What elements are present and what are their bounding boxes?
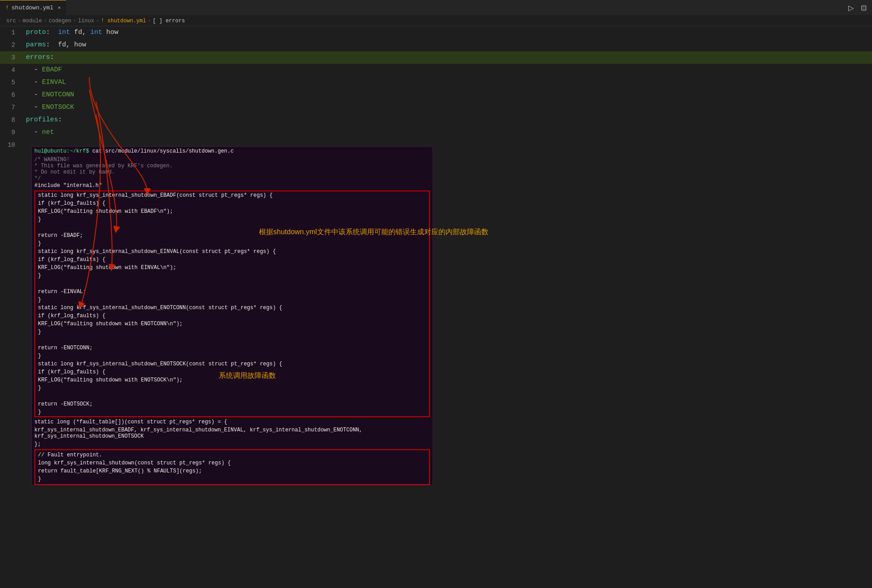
func-einval-7: } xyxy=(35,296,429,304)
annotation-right: 根据shutdown.yml文件中该系统调用可能的错误生成对应的内部故障函数 xyxy=(259,228,488,237)
func-einval-6: return -EINVAL; xyxy=(35,288,429,296)
bottom-red-box: // Fault entrypoint. long krf_sys_intern… xyxy=(34,449,430,485)
code-line-9: 9 - net xyxy=(0,126,872,139)
func-enotconn-2: if (krf_log_faults) { xyxy=(35,312,429,320)
func-enotconn-3: KRF_LOG("faulting shutdown with ENOTCONN… xyxy=(35,320,429,328)
run-button[interactable]: ▷ xyxy=(847,2,855,14)
line-content-6: - ENOTCONN xyxy=(22,89,74,101)
line-content-5: - EINVAL xyxy=(22,76,66,89)
code-line-7: 7 - ENOTSOCK xyxy=(0,101,872,114)
func-enotsock-1: static long krf_sys_internal_shutdown_EN… xyxy=(35,360,429,368)
code-line-3: 3 errors: xyxy=(0,51,872,64)
line-num-8: 8 xyxy=(0,114,22,126)
bc-linux[interactable]: linux xyxy=(78,18,94,24)
comment-1: /* WARNING! xyxy=(32,157,433,163)
line-content-2: parms: fd, how xyxy=(22,39,86,51)
comment-3: * Do not edit it by hand. xyxy=(32,169,433,175)
tab-label: shutdown.yml xyxy=(12,4,54,11)
bc-module[interactable]: module xyxy=(23,18,42,24)
line-content-4: - EBADF xyxy=(22,64,62,76)
line-content-7: - ENOTSOCK xyxy=(22,101,74,114)
code-line-5: 5 - EINVAL xyxy=(0,76,872,89)
bc-codegen[interactable]: codegen xyxy=(49,18,71,24)
terminal-overlay: hul@ubuntu:~/krf$ cat src/module/linux/s… xyxy=(31,146,433,485)
line-num-9: 9 xyxy=(0,126,22,139)
line-content-9: - net xyxy=(22,126,54,139)
terminal-header: /* WARNING! * This file was generated by… xyxy=(32,156,433,190)
func-einval-3: KRF_LOG("faulting shutdown with EINVAL\n… xyxy=(35,264,429,272)
line-num-7: 7 xyxy=(0,101,22,114)
entrypoint-close: } xyxy=(35,475,429,483)
code-line-6: 6 - ENOTCONN xyxy=(0,89,872,101)
func-ebadf-4: } xyxy=(35,215,429,224)
func-enotsock-7: } xyxy=(35,408,429,416)
func-enotsock-5 xyxy=(35,392,429,400)
line-num-5: 5 xyxy=(0,76,22,89)
line-num-1: 1 xyxy=(0,26,22,39)
tab-bar: ! shutdown.yml × ▷ ⊡ xyxy=(0,0,872,16)
line-num-6: 6 xyxy=(0,89,22,101)
code-line-2: 2 parms: fd, how xyxy=(0,39,872,51)
line-content-10 xyxy=(22,139,26,151)
fault-table-3: }; xyxy=(32,440,433,448)
bc-errors[interactable]: [ ] errors xyxy=(153,18,185,24)
func-ebadf-2: if (krf_log_faults) { xyxy=(35,199,429,207)
func-enotconn-5 xyxy=(35,336,429,344)
func-einval-4: } xyxy=(35,272,429,280)
code-line-4: 4 - EBADF xyxy=(0,64,872,76)
comment-2: * This file was generated by KRF's codeg… xyxy=(32,163,433,169)
prompt-cmd: cat src/module/linux/syscalls/shutdown.g… xyxy=(92,148,234,154)
func-enotconn-4: } xyxy=(35,328,429,336)
prompt-user: hul@ubuntu:~/krf$ xyxy=(34,148,89,154)
func-ebadf-3: KRF_LOG("faulting shutdown with EBADF\n"… xyxy=(35,207,429,215)
line-num-2: 2 xyxy=(0,39,22,51)
code-line-8: 8 profiles: xyxy=(0,114,872,126)
line-num-10: 10 xyxy=(0,139,22,151)
func-einval-1: static long krf_sys_internal_shutdown_EI… xyxy=(35,248,429,256)
func-enotsock-6: return -ENOTSOCK; xyxy=(35,400,429,408)
red-box-functions: static long krf_sys_internal_shutdown_EB… xyxy=(34,190,430,417)
code-line-1: 1 proto: int fd, int how xyxy=(0,26,872,39)
entrypoint-comment: // Fault entrypoint. xyxy=(35,451,429,459)
editor-area: 1 proto: int fd, int how 2 parms: fd, ho… xyxy=(0,26,872,151)
include-line: #include "internal.h" xyxy=(32,182,433,190)
fault-table-2: krf_sys_internal_shutdown_EBADF, krf_sys… xyxy=(32,426,433,440)
tab-close-button[interactable]: × xyxy=(58,5,61,11)
line-content-8: profiles: xyxy=(22,114,62,126)
func-enotconn-6: return -ENOTCONN; xyxy=(35,344,429,352)
func-einval-5 xyxy=(35,280,429,288)
fault-table-section: static long (*fault_table[])(const struc… xyxy=(32,417,433,449)
line-content-3: errors: xyxy=(22,51,54,64)
active-tab[interactable]: ! shutdown.yml × xyxy=(0,0,66,16)
split-button[interactable]: ⊡ xyxy=(859,2,868,14)
top-controls: ▷ ⊡ xyxy=(847,0,872,16)
tab-warning-icon: ! xyxy=(5,4,9,11)
bc-file[interactable]: ! shutdown.yml xyxy=(101,18,146,24)
breadcrumb: src › module › codegen › linux › ! shutd… xyxy=(0,16,872,26)
comment-4: */ xyxy=(32,175,433,182)
entrypoint-func: long krf_sys_internal_shutdown(const str… xyxy=(35,459,429,467)
line-num-3: 3 xyxy=(0,51,22,64)
annotation-bottom: 系统调用故障函数 xyxy=(219,371,276,381)
terminal-prompt: hul@ubuntu:~/krf$ cat src/module/linux/s… xyxy=(32,147,433,156)
line-num-4: 4 xyxy=(0,64,22,76)
entrypoint-body: return fault_table[KRF_RNG_NEXT() % NFAU… xyxy=(35,467,429,475)
func-enotsock-4: } xyxy=(35,384,429,392)
fault-table-1: static long (*fault_table[])(const struc… xyxy=(32,418,433,426)
line-content-1: proto: int fd, int how xyxy=(22,26,118,39)
bc-src[interactable]: src xyxy=(6,18,16,24)
func-ebadf-1: static long krf_sys_internal_shutdown_EB… xyxy=(35,191,429,199)
func-enotconn-1: static long krf_sys_internal_shutdown_EN… xyxy=(35,304,429,312)
func-einval-2: if (krf_log_faults) { xyxy=(35,256,429,264)
func-enotconn-7: } xyxy=(35,352,429,360)
func-ebadf-7: } xyxy=(35,240,429,248)
